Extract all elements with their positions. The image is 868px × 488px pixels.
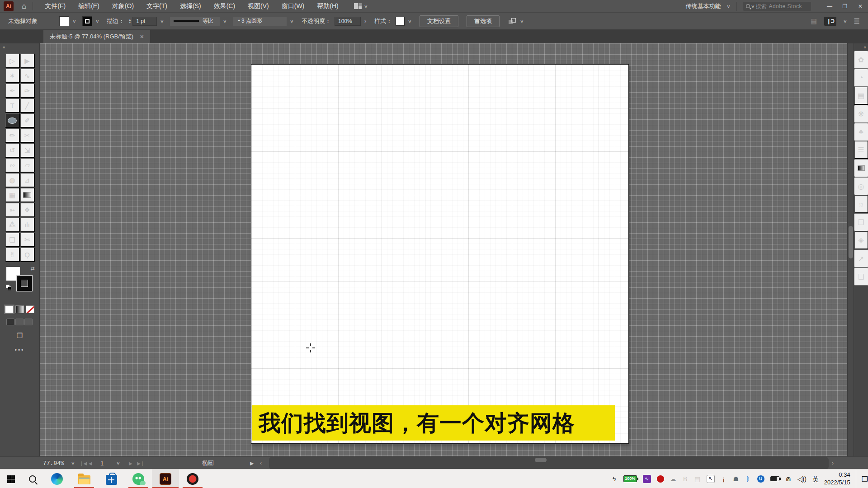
symbol-sprayer-tool[interactable]: ⁂ xyxy=(5,217,20,232)
zoom-level[interactable]: 77.04% xyxy=(43,457,64,469)
stock-search-box[interactable]: ∨ xyxy=(743,2,811,11)
curvature-tool[interactable]: ✑ xyxy=(20,83,35,98)
style-swatch[interactable] xyxy=(396,17,405,26)
first-artboard-icon[interactable]: ❘◀ xyxy=(80,457,87,469)
tray-b-app-icon[interactable]: B xyxy=(682,469,689,488)
default-fill-stroke-icon[interactable] xyxy=(6,285,12,291)
panel-layers-icon[interactable]: ◈ xyxy=(854,231,868,249)
taskbar-illustrator-icon[interactable]: Ai xyxy=(152,469,179,488)
tray-battery-meter[interactable]: 100% xyxy=(623,469,637,488)
chevron-down-icon[interactable]: ∨ xyxy=(290,19,294,23)
pencil-tool[interactable]: ✏ xyxy=(5,128,20,143)
tab-close-icon[interactable]: ✕ xyxy=(140,34,144,40)
scale-tool[interactable]: ⇲ xyxy=(20,143,35,158)
shape-builder-tool[interactable]: ◍ xyxy=(5,173,20,188)
stroke-weight-value[interactable]: 1 pt xyxy=(132,17,157,26)
panel-artboards-icon[interactable]: ❏ xyxy=(854,267,868,286)
taskbar-recorder-icon[interactable] xyxy=(179,469,206,488)
slice-tool[interactable]: ✄ xyxy=(20,232,35,247)
panel-stroke-icon[interactable]: ☰ xyxy=(854,141,868,159)
opacity-value[interactable]: 100% xyxy=(335,17,361,26)
tray-power-plug-icon[interactable]: ϟ xyxy=(611,469,618,488)
tray-purple-app-icon[interactable]: ∿ xyxy=(643,469,651,488)
taskbar-store-icon[interactable] xyxy=(98,469,125,488)
horizontal-scrollbar-thumb[interactable] xyxy=(535,458,547,462)
horizontal-scrollbar[interactable] xyxy=(269,457,829,469)
paintbrush-tool[interactable]: ✐ xyxy=(20,113,35,128)
rotate-tool[interactable]: ↺ xyxy=(5,143,20,158)
document-tab[interactable]: 未标题-5 @ 77.04% (RGB/预览) ✕ xyxy=(43,30,150,43)
mesh-tool[interactable]: ▦ xyxy=(5,188,20,202)
arrange-documents-icon[interactable]: ∨ xyxy=(354,3,368,9)
free-transform-tool[interactable]: ▱ xyxy=(20,158,35,173)
taskbar-clock[interactable]: 0:34 2022/5/15 xyxy=(821,469,853,488)
chevron-down-icon[interactable]: ∨ xyxy=(408,19,412,23)
tray-u-app-icon[interactable]: U xyxy=(757,469,764,488)
type-tool[interactable]: T xyxy=(5,98,20,113)
panel-transparency-icon[interactable]: ◎ xyxy=(854,177,868,195)
pen-tool[interactable]: ✒ xyxy=(5,83,20,98)
blend-tool[interactable]: ❖ xyxy=(20,202,35,217)
menu-window[interactable]: 窗口(W) xyxy=(282,2,305,10)
opacity-flyout-arrow[interactable]: › xyxy=(364,18,366,24)
hand-tool[interactable]: ✌ xyxy=(5,247,20,262)
menu-file[interactable]: 文件(F) xyxy=(45,2,66,10)
panel-color-icon[interactable]: ✿ xyxy=(854,51,868,69)
menu-type[interactable]: 文字(T) xyxy=(146,2,167,10)
selection-tool[interactable]: ▷ xyxy=(5,53,20,68)
minimize-button[interactable]: — xyxy=(822,0,837,13)
fill-color-swatch[interactable] xyxy=(59,16,69,26)
direct-selection-tool[interactable]: ▶ xyxy=(20,53,35,68)
stroke-weight-stepper[interactable]: ▴▾ xyxy=(129,19,131,24)
workspace-switcher[interactable]: 传统基本功能 xyxy=(685,2,721,10)
perspective-grid-tool[interactable]: ⊿ xyxy=(20,173,35,188)
next-artboard-icon[interactable]: ▶ xyxy=(129,457,132,469)
status-flyout-icon[interactable]: ▶ xyxy=(250,457,254,469)
eyedropper-tool[interactable]: ➳ xyxy=(5,202,20,217)
swap-fill-stroke-icon[interactable]: ⇄ xyxy=(30,266,34,272)
chevron-down-icon[interactable]: ∨ xyxy=(160,19,164,23)
search-input[interactable] xyxy=(756,3,808,9)
grid-options-icon[interactable]: ▦ xyxy=(811,17,817,25)
scroll-right-arrow[interactable]: › xyxy=(832,457,834,469)
screen-mode-button[interactable]: ❐ xyxy=(5,332,35,340)
preferences-button[interactable]: 首选项 xyxy=(467,15,500,27)
gradient-tool[interactable] xyxy=(20,188,35,202)
tray-clipboard-icon[interactable]: ▤ xyxy=(694,469,701,488)
previous-artboard-icon[interactable]: ◀ xyxy=(89,457,92,469)
panel-swatches-icon[interactable]: ▤ xyxy=(854,87,868,105)
stroke-color-swatch[interactable] xyxy=(82,16,92,26)
gradient-button[interactable] xyxy=(15,305,24,313)
chevron-down-icon[interactable]: ∨ xyxy=(726,4,731,9)
panel-export-icon[interactable]: ↗ xyxy=(854,249,868,267)
lasso-tool[interactable]: ∿ xyxy=(20,68,35,83)
color-button[interactable] xyxy=(5,305,14,313)
restore-button[interactable]: ❐ xyxy=(837,0,853,13)
artboard[interactable] xyxy=(251,64,629,444)
chevron-down-icon[interactable]: ∨ xyxy=(116,457,120,469)
panel-color-guide-icon[interactable]: ◔ xyxy=(854,69,868,87)
menu-help[interactable]: 帮助(H) xyxy=(317,2,338,10)
expand-panels-button[interactable]: « xyxy=(854,43,868,51)
magic-wand-tool[interactable]: ✶ xyxy=(5,68,20,83)
panel-appearance-icon[interactable]: ☼ xyxy=(854,195,868,213)
tray-cloud-icon[interactable]: ☁ xyxy=(670,469,676,488)
panel-gradient-icon[interactable] xyxy=(854,159,868,177)
tray-volume-icon[interactable]: ◁)) xyxy=(797,469,807,488)
draw-behind-mode[interactable] xyxy=(15,319,24,325)
tray-battery-icon[interactable] xyxy=(770,469,779,488)
edit-toolbar-button[interactable]: ••• xyxy=(5,347,35,353)
taskbar-search-button[interactable] xyxy=(22,469,43,488)
tray-microphone-icon[interactable]: ¡ xyxy=(721,469,727,488)
vertical-scrollbar[interactable] xyxy=(847,43,854,456)
action-center-icon[interactable]: ❒ xyxy=(856,469,868,488)
stroke-proxy-swatch[interactable] xyxy=(17,276,32,291)
ellipse-tool[interactable] xyxy=(5,113,20,128)
stroke-profile-select[interactable]: 等比 xyxy=(170,17,220,26)
last-artboard-icon[interactable]: ▶❘ xyxy=(137,457,144,469)
tray-bluetooth-icon[interactable]: ᛒ xyxy=(745,469,751,488)
brush-definition-select[interactable]: • 3 点圆形 xyxy=(233,17,287,26)
panel-symbols-icon[interactable]: ♣ xyxy=(854,123,868,141)
taskbar-edge-icon[interactable] xyxy=(43,469,71,488)
menu-view[interactable]: 视图(V) xyxy=(248,2,269,10)
